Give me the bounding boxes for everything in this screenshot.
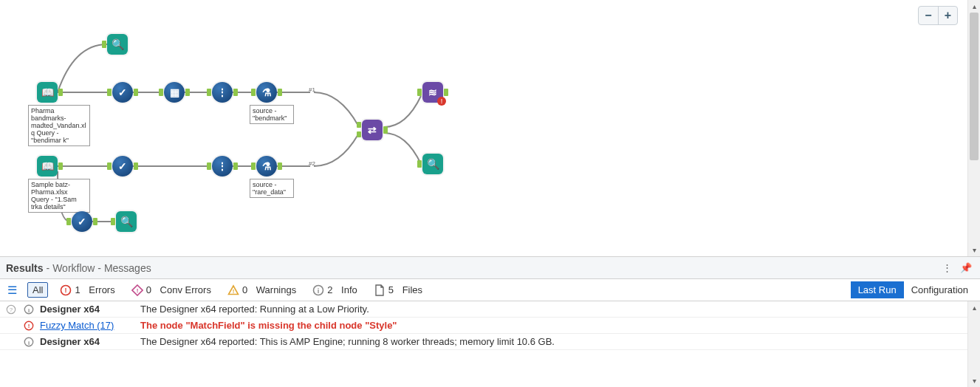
message-row[interactable]: i Designer x64 The Designer x64 reported… xyxy=(0,334,980,350)
zoom-controls: − + xyxy=(918,6,958,25)
check-icon: ✓ xyxy=(78,216,86,227)
messages-vertical-scrollbar[interactable]: ▴ ▾ xyxy=(967,301,980,387)
recordid-tool-1[interactable]: ▦ xyxy=(164,82,185,103)
error-badge-icon: ! xyxy=(437,97,446,106)
kebab-icon: ⋮ xyxy=(942,262,952,273)
message-text: The Designer x64 reported: This is AMP E… xyxy=(140,336,555,347)
filter-all-button[interactable]: All xyxy=(27,282,48,298)
conv-error-icon: ! xyxy=(131,284,143,296)
svg-text:?: ? xyxy=(10,306,13,313)
port-label-2: #2 xyxy=(309,160,315,167)
info-icon: i xyxy=(22,337,35,347)
scroll-down-button[interactable]: ▾ xyxy=(968,244,980,256)
help-icon[interactable]: ? xyxy=(4,304,18,315)
select-tool-1[interactable]: ✓ xyxy=(112,82,133,103)
message-source-link[interactable]: Fuzzy Match (17) xyxy=(40,320,114,331)
svg-text:!: ! xyxy=(28,322,30,329)
annotation-formula-1[interactable]: source - "bendmark" xyxy=(250,105,294,124)
list-icon: ☰ xyxy=(7,284,17,296)
pin-button[interactable]: 📌 xyxy=(958,260,974,276)
input-data-tool-1[interactable]: 📖 xyxy=(37,82,58,103)
browse-tool-1[interactable]: 🔍 xyxy=(107,34,128,55)
select-tool-2[interactable]: ✓ xyxy=(112,156,133,177)
message-text: The node "MatchField" is missing the chi… xyxy=(140,320,397,331)
results-filter-bar: ☰ All ! 1 Errors ! 0 Conv Errors ! 0 War… xyxy=(0,279,980,301)
input-data-tool-2[interactable]: 📖 xyxy=(37,156,58,177)
svg-text:i: i xyxy=(28,306,30,313)
results-tabs: Last Run Configuration xyxy=(851,281,976,298)
message-row[interactable]: ! Fuzzy Match (17) The node "MatchField"… xyxy=(0,318,980,334)
scroll-up-button[interactable]: ▴ xyxy=(968,301,980,314)
fuzzy-icon: ≋ xyxy=(428,86,437,98)
info-icon: i xyxy=(312,284,324,296)
filter-all-label: All xyxy=(32,284,43,295)
annotation-input-1[interactable]: Pharma bandmarks-madted_Vandan.xl q Quer… xyxy=(28,105,90,146)
scroll-thumb[interactable] xyxy=(970,13,979,160)
filter-warn-count: 0 xyxy=(242,284,247,295)
book-icon: 📖 xyxy=(41,86,54,98)
tab-configuration[interactable]: Configuration xyxy=(904,281,976,298)
union-tool[interactable]: ⇄ xyxy=(362,120,383,140)
connection-wires xyxy=(0,0,980,256)
browse-tool-3[interactable]: 🔍 xyxy=(116,211,137,232)
results-title: Results xyxy=(6,262,44,274)
scroll-down-button[interactable]: ▾ xyxy=(968,374,980,387)
workflow-canvas[interactable]: − + 🔍 📖 Pharma bandmarks-madted_Vandan.x… xyxy=(0,0,980,256)
filter-conv-count: 0 xyxy=(146,284,151,295)
svg-text:!: ! xyxy=(233,288,235,295)
message-source: Designer x64 xyxy=(40,304,136,315)
flask-icon: ⚗ xyxy=(262,86,272,98)
union-icon: ⇄ xyxy=(368,124,377,136)
filter-files-button[interactable]: 5 Files xyxy=(369,283,427,298)
error-icon: ! xyxy=(60,284,72,296)
grid-icon: ▦ xyxy=(170,86,179,98)
book-icon: 📖 xyxy=(41,160,54,172)
filter-errors-button[interactable]: ! 1 Errors xyxy=(55,283,119,298)
annotation-formula-2[interactable]: source - "rare_data" xyxy=(250,179,294,198)
port-label-1: #1 xyxy=(309,86,315,93)
svg-text:!: ! xyxy=(65,287,67,294)
filter-errors-label: Errors xyxy=(89,284,114,295)
formula-tool-1[interactable]: ⚗ xyxy=(256,82,277,103)
binoculars-icon: 🔍 xyxy=(427,158,439,170)
select-tool-3[interactable]: ✓ xyxy=(72,211,92,232)
results-panel-header: Results - Workflow - Messages ⋮ 📌 xyxy=(0,257,980,279)
list-icon: ⋮ xyxy=(217,86,227,98)
fuzzy-match-tool[interactable]: ≋ ! xyxy=(422,82,443,103)
binoculars-icon: 🔍 xyxy=(112,38,124,50)
messages-list: ? i Designer x64 The Designer x64 report… xyxy=(0,301,980,387)
zoom-in-button[interactable]: + xyxy=(938,7,957,24)
recordid-tool-2[interactable]: ⋮ xyxy=(212,82,233,103)
zoom-out-button[interactable]: − xyxy=(919,7,938,24)
list-view-button[interactable]: ☰ xyxy=(4,284,20,297)
tab-last-run[interactable]: Last Run xyxy=(851,281,904,298)
filter-info-count: 2 xyxy=(327,284,332,295)
message-text: The Designer x64 reported: Running at a … xyxy=(140,304,369,315)
pin-icon: 📌 xyxy=(960,262,972,273)
filter-files-label: Files xyxy=(402,284,422,295)
filter-conv-errors-button[interactable]: ! 0 Conv Errors xyxy=(127,283,216,298)
more-options-button[interactable]: ⋮ xyxy=(939,260,955,276)
flask-icon: ⚗ xyxy=(262,160,272,172)
info-icon: i xyxy=(22,304,35,315)
annotation-input-2[interactable]: Sample batz-Pharma.xlsx Query - "1.Sam t… xyxy=(28,179,90,213)
filter-warnings-button[interactable]: ! 0 Warnings xyxy=(223,283,301,298)
browse-tool-2[interactable]: 🔍 xyxy=(422,154,443,174)
list-icon: ⋮ xyxy=(217,160,227,172)
message-source: Fuzzy Match (17) xyxy=(40,320,136,331)
filter-files-count: 5 xyxy=(388,284,394,295)
results-subtitle: - Workflow - Messages xyxy=(47,262,151,274)
file-icon xyxy=(374,284,386,296)
error-icon: ! xyxy=(22,321,35,331)
recordid-tool-3[interactable]: ⋮ xyxy=(212,156,233,177)
scroll-up-button[interactable]: ▴ xyxy=(968,0,980,13)
filter-info-button[interactable]: i 2 Info xyxy=(308,283,362,298)
svg-text:i: i xyxy=(318,287,320,295)
message-source: Designer x64 xyxy=(40,336,136,347)
formula-tool-2[interactable]: ⚗ xyxy=(256,156,277,177)
canvas-vertical-scrollbar[interactable]: ▴ ▾ xyxy=(967,0,980,256)
filter-conv-label: Conv Errors xyxy=(160,284,211,295)
binoculars-icon: 🔍 xyxy=(120,216,133,227)
filter-errors-count: 1 xyxy=(75,284,80,295)
message-row[interactable]: ? i Designer x64 The Designer x64 report… xyxy=(0,301,980,318)
